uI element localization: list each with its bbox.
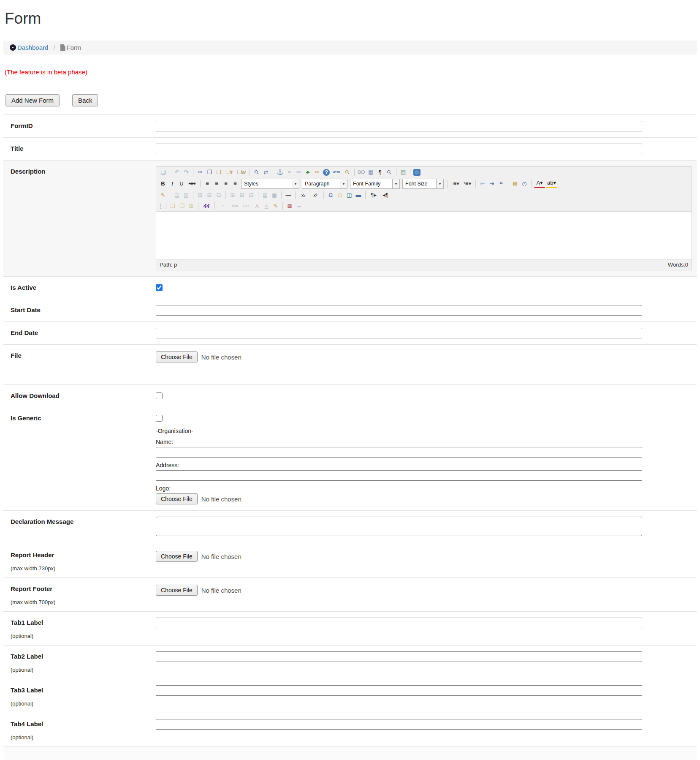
font-family-select[interactable]: Font Family▾ — [350, 179, 400, 189]
ins-icon[interactable]: A — [262, 202, 271, 210]
zoom-preview-icon[interactable]: ⚲ — [383, 166, 395, 178]
tab3-input[interactable] — [156, 685, 642, 696]
eraser-icon[interactable]: ⌦ — [357, 168, 366, 177]
outdent-icon[interactable]: ⇤ — [478, 180, 487, 188]
blockquote-icon[interactable]: “ — [497, 180, 505, 188]
html-icon[interactable]: HTML — [331, 168, 342, 177]
rtl-icon[interactable]: ◂¶ — [380, 191, 391, 199]
tab4-input[interactable] — [156, 719, 642, 730]
emoticon-icon[interactable]: ☺ — [336, 191, 344, 199]
image-icon[interactable]: ♣ — [304, 168, 312, 177]
find-icon[interactable]: ⚲ — [251, 166, 263, 178]
row-props-icon[interactable]: ▤ — [173, 191, 181, 199]
print-icon[interactable]: ▤ — [399, 168, 407, 177]
ltr-icon[interactable]: ¶▸ — [368, 191, 379, 199]
reportheader-input-choose-file-button[interactable]: Choose File — [156, 551, 198, 562]
underline-icon[interactable]: U — [177, 180, 186, 188]
file-input-choose-file-button[interactable]: Choose File — [156, 351, 198, 362]
find-replace-icon[interactable]: ⇄ — [262, 168, 270, 177]
orglogo-choose-file-button[interactable]: Choose File — [156, 493, 198, 504]
align-left-icon[interactable]: ≡ — [203, 180, 212, 188]
paragraph-select[interactable]: Paragraph▾ — [302, 179, 347, 189]
special-char-icon[interactable]: Ω — [326, 191, 335, 199]
insert-col-after-icon[interactable]: ⊞ — [238, 191, 246, 199]
isgeneric-checkbox[interactable] — [156, 415, 163, 422]
del-icon[interactable]: A — [253, 202, 261, 210]
orgname-input[interactable] — [156, 447, 642, 458]
align-justify-icon[interactable]: ≡ — [231, 180, 239, 188]
layer-lower-icon[interactable]: ❐ — [178, 202, 186, 210]
text-color-icon[interactable]: A▾ — [534, 180, 545, 188]
hr-icon[interactable]: — — [284, 191, 293, 199]
split-cells-icon[interactable]: ▦ — [261, 191, 269, 199]
subscript-icon[interactable]: x₂ — [298, 191, 309, 199]
orgaddress-input[interactable] — [156, 470, 642, 481]
styles-select[interactable]: Styles▾ — [241, 179, 299, 189]
delete-col-icon[interactable]: ⊟ — [247, 191, 255, 199]
formid-input[interactable] — [156, 121, 642, 131]
link-icon[interactable]: ⚭ — [285, 168, 293, 177]
insert-row-after-icon[interactable]: ⊞ — [205, 191, 214, 199]
layer-raise-icon[interactable]: ❏ — [168, 202, 177, 210]
allowdownload-checkbox[interactable] — [156, 392, 163, 399]
italic-icon[interactable]: I — [168, 180, 176, 188]
visual-aid-icon[interactable] — [160, 203, 166, 209]
merge-cells-icon[interactable]: ▣ — [270, 191, 279, 199]
cite-icon[interactable]: “” — [217, 202, 228, 210]
declaration-textarea[interactable] — [156, 517, 642, 536]
copy-icon[interactable]: ❐ — [205, 168, 214, 177]
highlight-color-icon[interactable]: ab▾ — [546, 180, 557, 188]
redo-icon[interactable]: ↷ — [182, 168, 190, 177]
isactive-checkbox[interactable] — [156, 284, 163, 291]
media-icon[interactable]: ◫ — [345, 191, 353, 199]
enddate-input[interactable] — [156, 328, 642, 338]
delete-row-icon[interactable]: ⊟ — [214, 191, 223, 199]
insert-layer-icon[interactable]: ⊞ — [187, 202, 195, 210]
reportfooter-input-choose-file-button[interactable]: Choose File — [156, 585, 198, 596]
paste-word-icon[interactable]: ❒ᴡ — [236, 168, 247, 177]
align-right-icon[interactable]: ≡ — [222, 180, 230, 188]
nonbreaking-dash-icon[interactable]: ▬ — [354, 191, 363, 199]
insert-col-before-icon[interactable]: ⊞ — [228, 191, 237, 199]
style-props-icon[interactable]: 44 — [201, 202, 212, 210]
table-edit-icon[interactable]: ✎ — [159, 191, 167, 199]
insert-row-before-icon[interactable]: ⊞ — [196, 191, 204, 199]
anchor-icon[interactable]: ⚓ — [276, 168, 284, 177]
insert-date-icon[interactable]: ▤ — [511, 180, 519, 188]
abbr-icon[interactable]: ᴀʙʙʀ — [229, 202, 240, 210]
new-document-icon[interactable]: ❏ — [159, 168, 167, 177]
font-size-select[interactable]: Font Size▾ — [402, 179, 444, 189]
nonbreaking-icon[interactable]: ↔ — [295, 202, 303, 210]
acronym-icon[interactable]: ᴀ.ʙ.ᴄ. — [241, 202, 252, 210]
startdate-input[interactable] — [156, 305, 642, 316]
align-center-icon[interactable]: ≡ — [212, 180, 221, 188]
title-input[interactable] — [156, 144, 642, 154]
fullscreen-icon[interactable]: □ — [413, 169, 421, 176]
page-break-icon[interactable]: ⊠ — [285, 202, 294, 210]
attribs-icon[interactable]: ✎ — [271, 202, 280, 210]
bullet-list-icon[interactable]: ∙≡▾ — [450, 180, 461, 188]
paste-icon[interactable]: ❒ — [214, 168, 223, 177]
back-button-top[interactable]: Back — [72, 94, 98, 106]
numbered-list-icon[interactable]: ¹≡▾ — [462, 180, 473, 188]
unlink-icon[interactable]: ⚮ — [294, 168, 303, 177]
preview-icon[interactable]: ⚲ — [342, 166, 353, 178]
cell-props-icon[interactable]: ▥ — [182, 191, 190, 199]
undo-icon[interactable]: ↶ — [173, 168, 181, 177]
bold-icon[interactable]: B — [159, 180, 167, 188]
indent-icon[interactable]: ⇥ — [488, 180, 496, 188]
cleanup-icon[interactable]: ✑ — [313, 168, 321, 177]
tab2-input[interactable] — [156, 651, 642, 662]
breadcrumb-dashboard-link[interactable]: Dashboard — [10, 44, 48, 51]
help-icon[interactable]: ? — [323, 169, 330, 176]
strikethrough-icon[interactable]: ABC — [187, 180, 198, 188]
editor-content-area[interactable] — [156, 211, 692, 259]
tab1-input[interactable] — [156, 618, 642, 628]
paste-text-icon[interactable]: ❒ᴛ — [224, 168, 235, 177]
pilcrow-icon[interactable]: ¶ — [376, 168, 384, 177]
superscript-icon[interactable]: x² — [310, 191, 321, 199]
insert-time-icon[interactable]: ◷ — [520, 180, 529, 188]
cut-icon[interactable]: ✂ — [196, 168, 204, 177]
add-new-form-button[interactable]: Add New Form — [5, 94, 60, 106]
table-icon[interactable]: ▦ — [366, 168, 375, 177]
